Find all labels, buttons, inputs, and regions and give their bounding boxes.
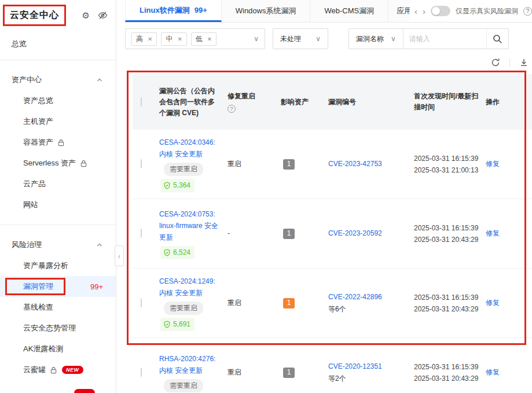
affected-count-badge[interactable]: 1 — [283, 229, 295, 239]
row-checkbox[interactable] — [141, 298, 142, 307]
affected-count-badge[interactable]: 1 — [283, 298, 295, 308]
row-checkbox-cell — [133, 223, 156, 244]
sidebar-item-asset-overview[interactable]: 资产总览 — [0, 90, 116, 111]
affected-assets-cell: 1 — [277, 362, 325, 383]
table-row: CESA-2024:0753: linux-firmware 安全更新 6,52… — [133, 199, 532, 269]
section-label: 资产中心 — [12, 75, 42, 85]
last-scan-time: 2025-03-31 20:43:29 — [414, 234, 479, 245]
tool-divider — [509, 58, 510, 67]
tabbar-controls: ‹ › 仅显示真实风险漏洞 ? — [410, 0, 532, 22]
fix-button[interactable]: 修复 — [486, 160, 500, 168]
announcement-link[interactable]: CESA-2024:0753: linux-firmware 安全更新 — [159, 208, 221, 243]
tab-label: Web-CMS漏洞 — [324, 6, 374, 16]
sidebar-section-asset-center[interactable]: 资产中心 — [0, 69, 116, 90]
real-risk-toggle-label: 仅显示真实风险漏洞 — [456, 6, 518, 16]
sidebar-item-vulnerability-management[interactable]: 漏洞管理 99+ — [0, 276, 116, 297]
sidebar-item-cloud-security-posture[interactable]: 云安全态势管理 — [0, 318, 116, 339]
affected-assets-cell: 1 — [277, 154, 325, 174]
real-risk-toggle[interactable] — [431, 6, 450, 16]
header-action: 操作 — [482, 92, 532, 112]
cve-link[interactable]: CVE-2023-42753 — [328, 159, 407, 170]
cve-link[interactable]: CVE-2020-12351 — [328, 361, 407, 372]
eye-off-icon[interactable] — [98, 10, 108, 20]
status-select[interactable]: 未处理 ∨ — [273, 28, 328, 49]
fix-button[interactable]: 修复 — [486, 299, 500, 307]
severity-multiselect[interactable]: 高 ✕ 中 ✕ 低 ✕ ∨ — [125, 28, 265, 49]
fix-reboot-cell: 重启 — [224, 362, 277, 383]
sidebar-item-cloud-products[interactable]: 云产品 — [0, 174, 116, 194]
help-icon[interactable]: ? — [523, 7, 532, 16]
vuln-count-badge: 99+ — [90, 282, 103, 291]
tab-webcms-vulns[interactable]: Web-CMS漏洞 — [310, 0, 388, 22]
tab-label: Windows系统漏洞 — [236, 6, 296, 16]
close-icon[interactable]: ✕ — [177, 36, 182, 42]
row-checkbox[interactable] — [141, 159, 142, 168]
fix-reboot-cell: 重启 — [224, 293, 277, 313]
sidebar-item-serverless-assets[interactable]: Serverless 资产 — [0, 153, 116, 174]
row-checkbox[interactable] — [141, 229, 142, 238]
announcement-link[interactable]: RHSA-2020:4276: 内核 安全更新 — [159, 353, 221, 376]
header-announcement: 漏洞公告（公告内会包含同一软件多个漏洞 CVE) — [156, 81, 224, 123]
cve-link[interactable]: CVE-2022-42896 — [328, 292, 407, 303]
tab-windows-vulns[interactable]: Windows系统漏洞 — [222, 0, 311, 22]
search-field-value: 漏洞名称 — [356, 34, 384, 44]
search-field-select[interactable]: 漏洞名称 ∨ — [349, 29, 403, 49]
header-fix-reboot: 修复重启 ? — [224, 86, 277, 117]
action-cell: 修复 — [482, 293, 532, 313]
sidebar-section-risk-governance[interactable]: 风险治理 — [0, 234, 116, 255]
close-icon[interactable]: ✕ — [207, 36, 212, 42]
status-select-value: 未处理 — [280, 34, 301, 44]
action-cell: 修复 — [482, 223, 532, 244]
row-checkbox[interactable] — [141, 368, 142, 377]
chevron-down-icon: ∨ — [315, 35, 321, 43]
help-icon[interactable]: ? — [228, 105, 236, 113]
tag-label: 中 — [166, 34, 173, 44]
shield-check-icon — [163, 321, 171, 328]
affected-count-badge[interactable]: 1 — [283, 159, 295, 170]
tab-scroll-right-icon[interactable]: › — [423, 7, 425, 16]
affected-assets-cell: 1 — [277, 223, 325, 244]
fixed-count-badge: 5,364 — [160, 179, 195, 192]
announcement-link[interactable]: CESA-2024:0346: 内核 安全更新 — [159, 137, 221, 160]
gear-icon[interactable]: ⚙ — [82, 11, 90, 20]
download-button[interactable] — [518, 57, 530, 68]
fix-reboot-cell: 重启 — [224, 154, 277, 174]
reboot-required-tag: 需要重启 — [164, 302, 203, 315]
fixed-count-badge: 6,524 — [160, 246, 195, 259]
close-icon[interactable]: ✕ — [148, 36, 152, 42]
announcement-link[interactable]: CESA-2024:1249: 内核 安全更新 — [159, 276, 221, 299]
refresh-button[interactable] — [490, 57, 501, 68]
sidebar-item-host-assets[interactable]: 主机资产 — [0, 111, 116, 132]
sidebar-item-container-assets[interactable]: 容器资产 — [0, 132, 116, 153]
tab-scroll-left-icon[interactable]: ‹ — [414, 7, 417, 16]
table-row: CESA-2024:0346: 内核 安全更新 需要重启 5,364 重启 1 … — [133, 130, 532, 199]
title-annotation-box: 云安全中心 — [3, 5, 66, 26]
sidebar-item-label: AK泄露检测 — [23, 344, 63, 354]
row-checkbox-cell — [133, 362, 156, 383]
cve-link[interactable]: CVE-2023-20592 — [328, 228, 407, 239]
sidebar-item-ak-leak-detection[interactable]: AK泄露检测 — [0, 339, 116, 359]
table-tool-row — [125, 54, 532, 71]
sidebar-item-baseline-check[interactable]: 基线检查 — [0, 297, 116, 318]
fix-button[interactable]: 修复 — [486, 368, 500, 376]
fix-button[interactable]: 修复 — [486, 229, 500, 237]
select-all-checkbox[interactable] — [141, 97, 142, 106]
header-vuln-id: 漏洞编号 — [325, 92, 410, 112]
row-checkbox-cell — [133, 154, 156, 174]
sidebar-item-overview[interactable]: 总览 — [0, 38, 116, 50]
sidebar-item-asset-exposure[interactable]: 资产暴露分析 — [0, 255, 116, 276]
vuln-id-cell: CVE-2022-42896 等6个 — [325, 287, 410, 319]
sidebar-item-label: 云产品 — [23, 179, 46, 189]
sidebar-collapse-handle[interactable]: ‹ — [115, 245, 124, 266]
affected-count-badge[interactable]: 1 — [283, 368, 295, 378]
announcement-cell: RHSA-2020:4276: 内核 安全更新 需要重启 — [156, 348, 224, 393]
row-checkbox-cell — [133, 293, 156, 313]
sidebar-item-cloud-honeypot[interactable]: 云蜜罐 NEW — [0, 359, 116, 380]
tab-linux-vulns[interactable]: Linux软件漏洞 99+ — [125, 0, 222, 22]
search-button[interactable] — [486, 29, 508, 49]
search-input[interactable] — [403, 29, 486, 49]
sidebar-item-label: 资产总览 — [23, 96, 53, 106]
tab-app-vulns[interactable]: 应用漏洞 — [388, 0, 410, 22]
shield-check-icon — [163, 249, 171, 256]
sidebar-item-website[interactable]: 网站 — [0, 194, 116, 215]
